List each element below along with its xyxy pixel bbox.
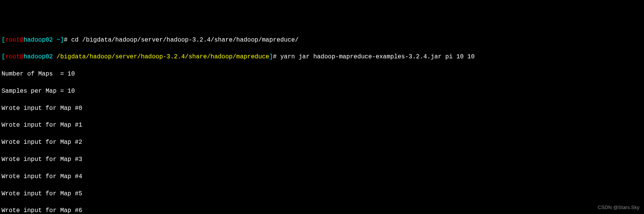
prompt-at: @ xyxy=(20,37,24,43)
output-line: Wrote input for Map #2 xyxy=(2,138,642,146)
output-line: Wrote input for Map #5 xyxy=(2,190,642,198)
watermark-text: CSDN @Stars.Sky xyxy=(598,204,639,211)
prompt-line-2: [root@hadoop02 /bigdata/hadoop/server/ha… xyxy=(2,53,642,61)
command-text[interactable]: cd /bigdata/hadoop/server/hadoop-3.2.4/s… xyxy=(71,37,298,43)
prompt-line-1: [root@hadoop02 ~]# cd /bigdata/hadoop/se… xyxy=(2,36,642,44)
prompt-host: hadoop02 xyxy=(24,37,53,43)
prompt-at: @ xyxy=(20,53,24,60)
command-text[interactable]: yarn jar hadoop-mapreduce-examples-3.2.4… xyxy=(280,53,475,60)
bracket-close: ] xyxy=(60,37,64,43)
prompt-hash: # xyxy=(64,37,71,43)
output-line: Wrote input for Map #0 xyxy=(2,104,642,113)
prompt-hash: # xyxy=(273,53,280,60)
prompt-path: ~ xyxy=(57,37,60,43)
bracket-open: [ xyxy=(2,53,5,60)
prompt-host: hadoop02 xyxy=(24,53,53,60)
prompt-path: /bigdata/hadoop/server/hadoop-3.2.4/shar… xyxy=(57,53,269,60)
prompt-user: root xyxy=(5,37,20,43)
prompt-user: root xyxy=(5,53,20,60)
output-line: Wrote input for Map #3 xyxy=(2,155,642,164)
prompt-space xyxy=(53,37,57,43)
output-line: Samples per Map = 10 xyxy=(2,87,642,95)
bracket-close: ] xyxy=(269,53,273,60)
output-line: Wrote input for Map #1 xyxy=(2,121,642,129)
prompt-space xyxy=(53,53,57,60)
output-line: Wrote input for Map #6 xyxy=(2,206,642,214)
output-line: Wrote input for Map #4 xyxy=(2,172,642,181)
bracket-open: [ xyxy=(2,37,5,43)
output-line: Number of Maps = 10 xyxy=(2,70,642,78)
